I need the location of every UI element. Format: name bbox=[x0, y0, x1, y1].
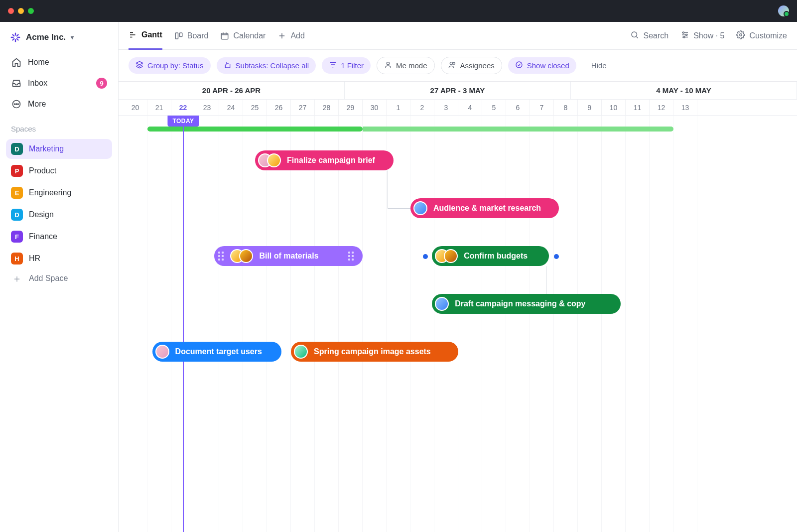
task-bar[interactable]: Document target users bbox=[152, 342, 281, 362]
tab-gantt[interactable]: Gantt bbox=[129, 22, 162, 50]
search-button[interactable]: Search bbox=[630, 30, 668, 41]
sidebar-space-marketing[interactable]: D Marketing bbox=[6, 139, 112, 159]
sidebar-space-engineering[interactable]: E Engineering bbox=[6, 183, 112, 203]
task-bar[interactable]: Spring campaign image assets bbox=[291, 342, 458, 362]
day-header[interactable]: 11 bbox=[626, 100, 650, 115]
day-header[interactable]: 6 bbox=[506, 100, 530, 115]
sidebar-space-hr[interactable]: H HR bbox=[6, 249, 112, 268]
chevron-down-icon: ▾ bbox=[71, 34, 74, 41]
day-header[interactable]: 21 bbox=[147, 100, 171, 115]
gantt-canvas[interactable]: TODAYFinalize campaign briefAudience & m… bbox=[119, 116, 797, 532]
filter-bar: Group by: Status Subtasks: Collapse all … bbox=[119, 50, 797, 82]
home-icon bbox=[11, 57, 22, 68]
filter-pill[interactable]: 1 Filter bbox=[322, 57, 371, 74]
task-bar[interactable]: Confirm budgets bbox=[432, 246, 549, 266]
assignees-label: Assignees bbox=[460, 61, 495, 70]
day-header[interactable]: 8 bbox=[554, 100, 578, 115]
day-header[interactable]: 20 bbox=[124, 100, 147, 115]
day-header[interactable]: 30 bbox=[363, 100, 387, 115]
assignee-avatars[interactable] bbox=[258, 153, 281, 167]
day-header[interactable]: 12 bbox=[650, 100, 673, 115]
day-header[interactable]: 22 bbox=[171, 100, 195, 115]
svg-point-8 bbox=[683, 32, 684, 33]
avatar[interactable] bbox=[413, 201, 427, 215]
assignee-avatars[interactable] bbox=[294, 345, 308, 359]
task-bar[interactable]: Finalize campaign brief bbox=[255, 150, 394, 170]
space-chip: F bbox=[11, 231, 23, 243]
space-chip: P bbox=[11, 165, 23, 177]
avatar[interactable] bbox=[155, 345, 169, 359]
sprint-bar[interactable] bbox=[363, 127, 673, 132]
avatar[interactable] bbox=[294, 345, 308, 359]
search-label: Search bbox=[643, 31, 668, 40]
avatar[interactable] bbox=[444, 249, 458, 263]
avatar[interactable] bbox=[778, 5, 789, 16]
day-header[interactable]: 9 bbox=[578, 100, 602, 115]
day-header[interactable]: 2 bbox=[410, 100, 434, 115]
maximize-icon[interactable] bbox=[28, 8, 34, 14]
day-header[interactable]: 26 bbox=[267, 100, 291, 115]
minimize-icon[interactable] bbox=[18, 8, 24, 14]
assignees-pill[interactable]: Assignees bbox=[441, 57, 502, 74]
spaces-section-label: Spaces bbox=[6, 114, 112, 137]
day-header[interactable]: 28 bbox=[315, 100, 339, 115]
sliders-icon bbox=[680, 30, 689, 41]
hide-button[interactable]: Hide bbox=[591, 61, 607, 70]
search-icon bbox=[630, 30, 639, 41]
task-bar[interactable]: Draft campaign messaging & copy bbox=[432, 294, 621, 314]
day-header[interactable]: 10 bbox=[602, 100, 626, 115]
people-icon bbox=[448, 61, 456, 70]
day-header[interactable]: 13 bbox=[673, 100, 697, 115]
sidebar-item-home[interactable]: Home bbox=[6, 53, 112, 72]
add-space-button[interactable]: ＋ Add Space bbox=[6, 268, 112, 288]
task-bar[interactable]: Audience & market research bbox=[410, 198, 559, 218]
day-header[interactable]: 23 bbox=[195, 100, 219, 115]
sidebar-space-product[interactable]: P Product bbox=[6, 161, 112, 181]
day-header[interactable]: 5 bbox=[482, 100, 506, 115]
me-mode-pill[interactable]: Me mode bbox=[377, 57, 435, 74]
tab-calendar[interactable]: Calendar bbox=[220, 22, 266, 50]
tab-board[interactable]: Board bbox=[174, 22, 209, 50]
tab-add[interactable]: Add bbox=[277, 22, 304, 50]
dependency-line bbox=[388, 208, 410, 209]
assignee-avatars[interactable] bbox=[435, 249, 458, 263]
day-header[interactable]: 4 bbox=[458, 100, 482, 115]
space-chip: E bbox=[11, 187, 23, 199]
assignee-avatars[interactable] bbox=[435, 297, 449, 311]
week-header: 20 APR - 26 APR bbox=[119, 82, 345, 99]
drag-handle-icon[interactable] bbox=[348, 252, 355, 261]
task-bar[interactable]: Bill of materials bbox=[214, 246, 363, 266]
assignee-avatars[interactable] bbox=[155, 345, 169, 359]
show-closed-pill[interactable]: Show closed bbox=[508, 57, 576, 74]
sidebar-item-inbox[interactable]: Inbox 9 bbox=[6, 74, 112, 93]
day-header[interactable]: 24 bbox=[219, 100, 243, 115]
workspace-switcher[interactable]: Acme Inc. ▾ bbox=[6, 30, 112, 51]
day-header[interactable]: 3 bbox=[434, 100, 458, 115]
avatar[interactable] bbox=[239, 249, 253, 263]
sidebar-space-design[interactable]: D Design bbox=[6, 205, 112, 225]
customize-button[interactable]: Customize bbox=[736, 30, 787, 41]
sidebar-space-finance[interactable]: F Finance bbox=[6, 227, 112, 247]
task-label: Audience & market research bbox=[433, 204, 541, 213]
assignee-avatars[interactable] bbox=[413, 201, 427, 215]
week-header: 4 MAY - 10 MAY bbox=[571, 82, 797, 99]
subtasks-pill[interactable]: Subtasks: Collapse all bbox=[217, 57, 316, 74]
group-by-pill[interactable]: Group by: Status bbox=[129, 57, 211, 74]
sprint-bar[interactable] bbox=[147, 127, 363, 132]
calendar-icon bbox=[220, 31, 229, 40]
avatar[interactable] bbox=[435, 297, 449, 311]
assignee-avatars[interactable] bbox=[230, 249, 253, 263]
view-tabs: GanttBoardCalendarAdd Search Show · 5 Cu… bbox=[119, 22, 797, 50]
drag-handle-icon[interactable] bbox=[217, 252, 224, 261]
close-icon[interactable] bbox=[8, 8, 14, 14]
plus-icon: ＋ bbox=[11, 272, 23, 284]
day-header[interactable]: 25 bbox=[243, 100, 267, 115]
day-header[interactable]: 27 bbox=[291, 100, 315, 115]
day-header[interactable]: 1 bbox=[387, 100, 410, 115]
check-circle-icon bbox=[515, 61, 523, 70]
show-button[interactable]: Show · 5 bbox=[680, 30, 724, 41]
day-header[interactable]: 29 bbox=[339, 100, 363, 115]
avatar[interactable] bbox=[267, 153, 281, 167]
sidebar-item-more[interactable]: More bbox=[6, 95, 112, 114]
day-header[interactable]: 7 bbox=[530, 100, 554, 115]
